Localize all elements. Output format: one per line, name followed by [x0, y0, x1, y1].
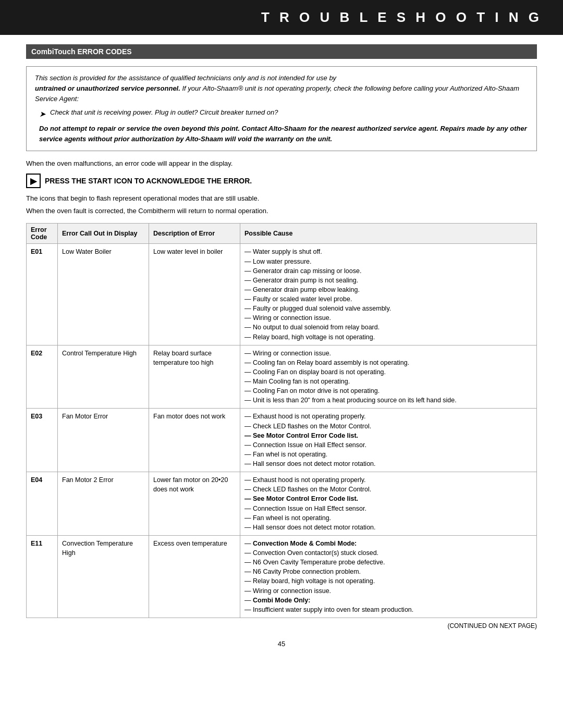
- cause-item: Cooling Fan on display board is not oper…: [244, 367, 532, 377]
- error-callout-cell: Fan Motor Error: [58, 409, 149, 472]
- cause-item: Low water pressure.: [244, 257, 532, 266]
- cause-item: — See Motor Control Error Code list.: [244, 494, 532, 503]
- cause-item: Convection Mode & Combi Mode:: [244, 539, 532, 548]
- warning-line1: This section is provided for the assista…: [35, 74, 519, 103]
- table-row: E02Control Temperature HighRelay board s…: [27, 345, 537, 409]
- table-row: E01Low Water BoilerLow water level in bo…: [27, 244, 537, 345]
- press-line: ▶ PRESS THE START ICON TO ACKNOWLEDGE TH…: [26, 174, 537, 188]
- error-code-cell: E03: [27, 409, 58, 472]
- intro-line1: When the oven malfunctions, an error cod…: [26, 158, 537, 169]
- cause-item: Hall sensor does not detect motor rotati…: [244, 459, 532, 468]
- error-description-cell: Relay board surface temperature too high: [149, 345, 240, 409]
- warning-box: This section is provided for the assista…: [26, 66, 537, 151]
- continued-note: (CONTINUED ON NEXT PAGE): [447, 622, 537, 630]
- cause-item: N6 Oven Cavity Temperature probe defecti…: [244, 558, 532, 567]
- press-label: PRESS THE START ICON TO ACKNOWLEDGE THE …: [45, 177, 252, 185]
- error-callout-cell: Low Water Boiler: [58, 244, 149, 345]
- cause-item: Hall sensor does not detect motor rotati…: [244, 523, 532, 532]
- cause-item: Fan whel is not operating.: [244, 450, 532, 459]
- error-code-cell: E01: [27, 244, 58, 345]
- error-description-cell: Fan motor does not work: [149, 409, 240, 472]
- start-icon: ▶: [26, 174, 41, 188]
- error-cause-cell: Exhaust hood is not operating properly.C…: [240, 409, 537, 472]
- error-description-cell: Excess oven temperature: [149, 535, 240, 618]
- error-code-cell: E02: [27, 345, 58, 409]
- cause-item: Check LED flashes on the Motor Control.: [244, 422, 532, 431]
- cause-item: — See Motor Control Error Code list.: [244, 431, 532, 440]
- table-row: E04Fan Motor 2 ErrorLower fan motor on 2…: [27, 472, 537, 536]
- table-row: E03Fan Motor ErrorFan motor does not wor…: [27, 409, 537, 472]
- col-header-cause: Possible Cause: [240, 224, 537, 244]
- warning-bullet1: Check that unit is receiving power. Plug…: [50, 107, 278, 118]
- table-row: E11Convection Temperature HighExcess ove…: [27, 535, 537, 618]
- error-cause-cell: Wiring or connection issue.Cooling fan o…: [240, 345, 537, 409]
- cause-item: Check LED flashes on the Motor Control.: [244, 485, 532, 494]
- note-line2: The icons that begin to flash represent …: [26, 193, 537, 204]
- cause-item: No output to dual solenoid from relay bo…: [244, 323, 532, 332]
- error-cause-cell: Convection Mode & Combi Mode:Convection …: [240, 535, 537, 618]
- error-table: Error Code Error Call Out in Display Des…: [26, 223, 537, 618]
- error-description-cell: Low water level in boiler: [149, 244, 240, 345]
- error-code-cell: E04: [27, 472, 58, 536]
- col-header-code: Error Code: [27, 224, 58, 244]
- error-code-cell: E11: [27, 535, 58, 618]
- page-header: T R O U B L E S H O O T I N G: [0, 0, 563, 35]
- error-cause-cell: Water supply is shut off.Low water press…: [240, 244, 537, 345]
- error-cause-cell: Exhaust hood is not operating properly.C…: [240, 472, 537, 536]
- cause-item: Relay board, high voltage is not operati…: [244, 576, 532, 586]
- note-line3: When the oven fault is corrected, the Co…: [26, 206, 537, 216]
- cause-item: Unit is less than 20" from a heat produc…: [244, 396, 532, 405]
- cause-item: Convection Oven contactor(s) stuck close…: [244, 548, 532, 558]
- error-callout-cell: Fan Motor 2 Error: [58, 472, 149, 536]
- cause-item: Exhaust hood is not operating properly.: [244, 475, 532, 485]
- error-callout-cell: Control Temperature High: [58, 345, 149, 409]
- cause-item: Main Cooling fan is not operating.: [244, 377, 532, 386]
- page-title: T R O U B L E S H O O T I N G: [261, 9, 542, 25]
- cause-item: Generator drain cap missing or loose.: [244, 266, 532, 276]
- cause-item: Wiring or connection issue.: [244, 313, 532, 323]
- cause-item: Generator drain pump is not sealing.: [244, 276, 532, 285]
- cause-item: N6 Cavity Probe connection problem.: [244, 567, 532, 576]
- cause-item: Exhaust hood is not operating properly.: [244, 412, 532, 421]
- cause-item: Insufficient water supply into oven for …: [244, 605, 532, 614]
- cause-item: Faulty or plugged dual solenoid valve as…: [244, 304, 532, 313]
- cause-item: Connection Issue on Hall Effect sensor.: [244, 440, 532, 450]
- cause-item: Relay board, high voltage is not operati…: [244, 332, 532, 342]
- cause-item: Cooling Fan on motor drive is not operat…: [244, 386, 532, 396]
- error-description-cell: Lower fan motor on 20•20 does not work: [149, 472, 240, 536]
- cause-item: Faulty or scaled water level probe.: [244, 294, 532, 304]
- cause-item: Water supply is shut off.: [244, 247, 532, 256]
- error-callout-cell: Convection Temperature High: [58, 535, 149, 618]
- cause-item: Wiring or connection issue.: [244, 586, 532, 596]
- cause-item: Wiring or connection issue.: [244, 349, 532, 358]
- section-header: CombiTouch ERROR CODES: [26, 44, 537, 59]
- cause-item: Cooling fan on Relay board assembly is n…: [244, 358, 532, 367]
- cause-item: Combi Mode Only:: [244, 596, 532, 605]
- col-header-description: Description of Error: [149, 224, 240, 244]
- page-number: 45: [278, 640, 285, 648]
- cause-item: Generator drain pump elbow leaking.: [244, 285, 532, 294]
- bullet-arrow-icon: ➤: [39, 108, 46, 120]
- cause-item: Fan wheel is not operating.: [244, 513, 532, 523]
- warning-bullet2: Do not attempt to repair or service the …: [39, 125, 527, 143]
- cause-item: Connection Issue on Hall Effect sensor.: [244, 504, 532, 513]
- col-header-callout: Error Call Out in Display: [58, 224, 149, 244]
